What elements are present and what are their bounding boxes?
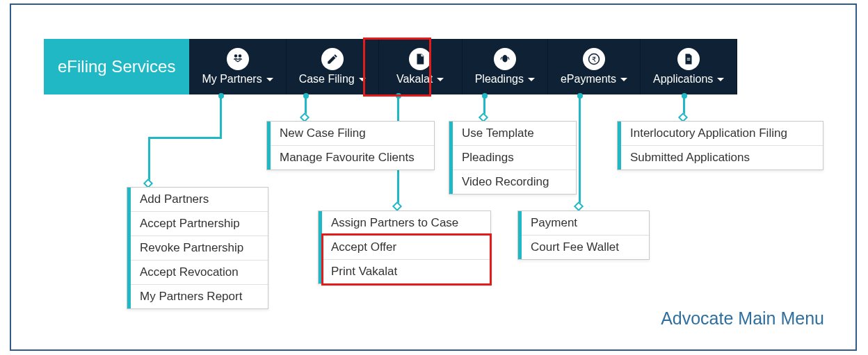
menu-item-payment[interactable]: Payment bbox=[518, 211, 649, 236]
menu-item-add-partners[interactable]: Add Partners bbox=[127, 188, 268, 212]
svg-rect-5 bbox=[687, 60, 691, 60]
chevron-down-icon bbox=[717, 78, 724, 81]
pencil-icon bbox=[321, 48, 344, 70]
accent-bar bbox=[319, 211, 322, 283]
outer-frame: eFiling Services My Partners Case Filing… bbox=[10, 3, 857, 351]
menu-item-pleadings[interactable]: Pleadings bbox=[449, 146, 576, 170]
menu-item-revoke-partnership[interactable]: Revoke Partnership bbox=[127, 236, 268, 261]
dropdown-applications: Interlocutory Application Filing Submitt… bbox=[617, 121, 823, 170]
nav-vakalat[interactable]: Vakalat bbox=[379, 39, 463, 94]
accent-bar bbox=[127, 188, 131, 308]
menu-item-interlocutory-filing[interactable]: Interlocutory Application Filing bbox=[618, 122, 823, 146]
menu-item-use-template[interactable]: Use Template bbox=[449, 122, 576, 146]
nav-epayments[interactable]: ₹ ePayments bbox=[548, 39, 641, 94]
menu-item-assign-partners[interactable]: Assign Partners to Case bbox=[319, 211, 490, 236]
navbar: eFiling Services My Partners Case Filing… bbox=[44, 39, 737, 94]
chevron-down-icon bbox=[620, 78, 627, 81]
hands-icon bbox=[494, 48, 516, 70]
menu-item-video-recording[interactable]: Video Recording bbox=[449, 170, 576, 194]
svg-point-1 bbox=[238, 54, 241, 58]
menu-item-manage-favourite-clients[interactable]: Manage Favourite Clients bbox=[267, 146, 434, 170]
dropdown-vakalat: Assign Partners to Case Accept Offer Pri… bbox=[318, 210, 491, 284]
dropdown-my-partners: Add Partners Accept Partnership Revoke P… bbox=[127, 187, 268, 309]
nav-label: Pleadings bbox=[475, 73, 524, 85]
accent-bar bbox=[618, 122, 621, 170]
file-icon bbox=[677, 48, 700, 70]
menu-item-new-case-filing[interactable]: New Case Filing bbox=[267, 122, 434, 146]
nav-label: Applications bbox=[653, 73, 713, 85]
nav-label: ePayments bbox=[561, 73, 616, 85]
nav-pleadings[interactable]: Pleadings bbox=[463, 39, 548, 94]
connector-line bbox=[148, 137, 150, 183]
menu-item-my-partners-report[interactable]: My Partners Report bbox=[127, 285, 268, 308]
svg-point-0 bbox=[234, 54, 237, 58]
dropdown-epayments: Payment Court Fee Wallet bbox=[517, 210, 650, 260]
diagram-caption: Advocate Main Menu bbox=[661, 308, 824, 329]
accent-bar bbox=[267, 122, 271, 170]
dropdown-pleadings: Use Template Pleadings Video Recording bbox=[449, 121, 577, 195]
partners-icon bbox=[227, 48, 249, 70]
menu-item-submitted-applications[interactable]: Submitted Applications bbox=[618, 146, 823, 170]
nav-label: Case Filing bbox=[299, 73, 355, 85]
rupee-icon: ₹ bbox=[583, 48, 605, 70]
chevron-down-icon bbox=[266, 78, 273, 81]
menu-item-court-fee-wallet[interactable]: Court Fee Wallet bbox=[518, 236, 649, 259]
menu-item-accept-revocation[interactable]: Accept Revocation bbox=[127, 261, 268, 285]
svg-text:₹: ₹ bbox=[592, 56, 596, 63]
nav-label: My Partners bbox=[202, 73, 262, 85]
chevron-down-icon bbox=[528, 78, 535, 81]
document-icon bbox=[409, 48, 431, 70]
nav-applications[interactable]: Applications bbox=[641, 39, 737, 94]
accent-bar bbox=[449, 122, 453, 194]
accent-bar bbox=[518, 211, 522, 259]
nav-label: Vakalat bbox=[396, 73, 433, 85]
dropdown-case-filing: New Case Filing Manage Favourite Clients bbox=[266, 121, 435, 170]
nav-my-partners[interactable]: My Partners bbox=[189, 39, 286, 94]
brand-title: eFiling Services bbox=[44, 39, 189, 94]
nav-case-filing[interactable]: Case Filing bbox=[287, 39, 379, 94]
connector-line bbox=[149, 137, 222, 139]
connector-endpoint bbox=[392, 201, 402, 211]
connector-line bbox=[579, 96, 581, 206]
svg-rect-4 bbox=[687, 58, 691, 59]
connector-endpoint bbox=[574, 201, 584, 211]
menu-item-accept-partnership[interactable]: Accept Partnership bbox=[127, 212, 268, 236]
connector-line bbox=[220, 96, 222, 138]
chevron-down-icon bbox=[359, 78, 366, 81]
menu-item-accept-offer[interactable]: Accept Offer bbox=[319, 236, 490, 260]
menu-item-print-vakalat[interactable]: Print Vakalat bbox=[319, 260, 490, 283]
chevron-down-icon bbox=[437, 78, 444, 81]
